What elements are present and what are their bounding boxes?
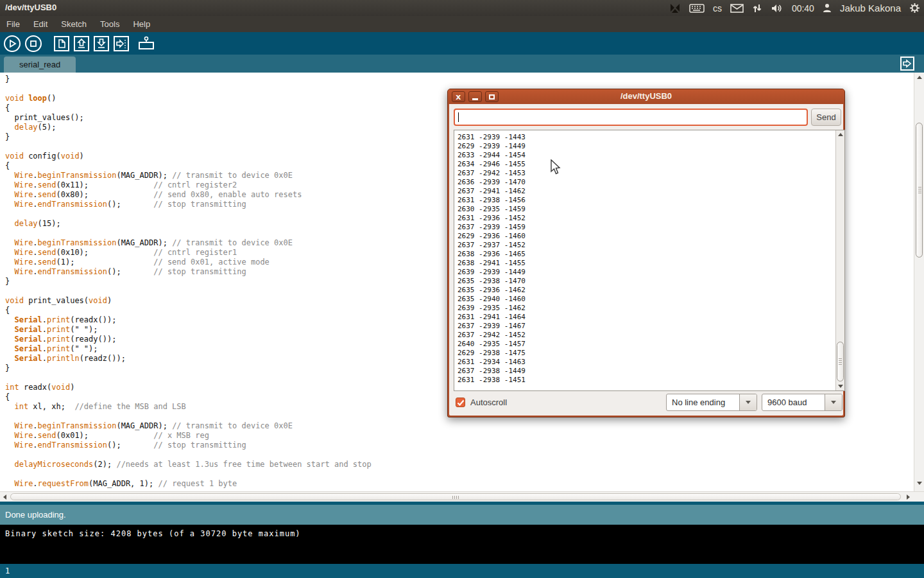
menu-edit[interactable]: Edit xyxy=(33,19,47,29)
chevron-down-icon[interactable] xyxy=(825,394,842,410)
code-line: Wire.requestFrom(MAG_ADDR, 1); // reques… xyxy=(5,479,914,489)
volume-icon[interactable] xyxy=(771,3,783,13)
code-line: Wire.endTransmission(); // stop transmit… xyxy=(5,441,914,450)
code-line: Wire.send(0x01); // x MSB reg xyxy=(5,431,914,441)
serial-input-field[interactable] xyxy=(454,109,808,126)
chevron-down-icon[interactable] xyxy=(739,394,757,410)
window-title: /dev/ttyUSB0 xyxy=(5,3,56,12)
autoscroll-checkbox[interactable] xyxy=(456,398,465,407)
serial-monitor-window: x /dev/ttyUSB0 Send 2631 -2939 -14432629… xyxy=(447,89,845,417)
username[interactable]: Jakub Kakona xyxy=(840,3,901,13)
line-ending-value: No line ending xyxy=(667,394,739,410)
upload-button[interactable] xyxy=(113,35,130,52)
serial-output-line: 2637 -2938 -1449 xyxy=(458,367,844,376)
scrollbar-thumb[interactable] xyxy=(916,123,923,258)
scrollbar-thumb[interactable] xyxy=(837,342,844,381)
serial-output-line: 2639 -2939 -1449 xyxy=(458,268,844,277)
clock[interactable]: 00:40 xyxy=(792,3,814,13)
serial-output-line: 2638 -2936 -1465 xyxy=(458,250,844,259)
menu-sketch[interactable]: Sketch xyxy=(61,19,87,29)
system-tray: cs 00:40 Jakub Kakona xyxy=(669,0,920,16)
verify-button[interactable] xyxy=(3,35,21,53)
serial-output-line: 2637 -2942 -1453 xyxy=(458,169,844,178)
serial-output-line: 2637 -2937 -1452 xyxy=(458,241,844,250)
editor-vertical-scrollbar[interactable] xyxy=(914,73,924,491)
serial-output-area[interactable]: 2631 -2939 -14432629 -2939 -14492633 -29… xyxy=(454,130,845,391)
serial-output-line: 2629 -2939 -1449 xyxy=(458,142,844,151)
serial-output-line: 2637 -2941 -1462 xyxy=(458,187,844,196)
console-output: Binary sketch size: 4208 bytes (of a 307… xyxy=(5,529,301,538)
serial-output-line: 2640 -2935 -1457 xyxy=(458,340,844,349)
serial-output-line: 2629 -2938 -1475 xyxy=(458,349,844,358)
tab-menu-icon[interactable] xyxy=(900,57,914,73)
menu-file[interactable]: File xyxy=(6,19,20,29)
user-icon[interactable] xyxy=(823,3,832,13)
serial-monitor-titlebar[interactable]: x /dev/ttyUSB0 xyxy=(448,89,844,104)
text-caret xyxy=(458,112,459,122)
tab-strip: serial_read xyxy=(0,55,924,73)
serial-output-line: 2631 -2936 -1452 xyxy=(458,214,844,223)
save-button[interactable] xyxy=(93,35,110,52)
serial-output-line: 2631 -2934 -1463 xyxy=(458,358,844,367)
mail-icon[interactable] xyxy=(730,3,744,13)
serial-output-line: 2631 -2938 -1451 xyxy=(458,376,844,385)
menu-tools[interactable]: Tools xyxy=(100,19,119,29)
updown-arrows-icon[interactable] xyxy=(752,3,762,13)
keyboard-icon[interactable] xyxy=(689,3,705,13)
tab-label: serial_read xyxy=(19,60,60,69)
send-button[interactable]: Send xyxy=(811,109,841,126)
serial-vertical-scrollbar[interactable] xyxy=(835,130,844,390)
tab-serial-read[interactable]: serial_read xyxy=(4,57,76,73)
autoscroll-label: Autoscroll xyxy=(470,398,507,407)
line-number-bar: 1 xyxy=(0,564,924,578)
top-panel: /dev/ttyUSB0 cs 00:40 Jakub Kakona xyxy=(0,0,924,16)
new-sketch-button[interactable] xyxy=(53,35,70,52)
serial-output-line: 2637 -2939 -1467 xyxy=(458,322,844,331)
scrollbar-thumb[interactable] xyxy=(10,493,901,500)
open-button[interactable] xyxy=(73,35,90,52)
code-line xyxy=(5,450,914,460)
serial-monitor-controls: Autoscroll No line ending 9600 baud xyxy=(449,390,843,416)
serial-output-line: 2631 -2938 -1456 xyxy=(458,196,844,205)
serial-monitor-body: Send 2631 -2939 -14432629 -2939 -1449263… xyxy=(449,104,843,416)
check-icon xyxy=(457,399,465,407)
code-line: Wire.beginTransmission(MAG_ADDR); // tra… xyxy=(5,421,914,431)
code-line: } xyxy=(5,74,914,84)
menu-help[interactable]: Help xyxy=(133,19,150,29)
serial-output-line: 2637 -2939 -1459 xyxy=(458,223,844,232)
build-console: Binary sketch size: 4208 bytes (of a 307… xyxy=(0,525,924,564)
serial-output-line: 2639 -2935 -1462 xyxy=(458,304,844,313)
keyboard-layout-indicator[interactable]: cs xyxy=(713,3,722,13)
serial-output: 2631 -2939 -14432629 -2939 -14492633 -29… xyxy=(454,130,844,385)
toolbar xyxy=(0,32,924,55)
serial-output-line: 2631 -2941 -1464 xyxy=(458,313,844,322)
code-line xyxy=(5,469,914,479)
serial-output-line: 2635 -2940 -1460 xyxy=(458,295,844,304)
serial-monitor-title: /dev/ttyUSB0 xyxy=(448,91,844,101)
serial-output-line: 2636 -2939 -1470 xyxy=(458,178,844,187)
serial-output-line: 2630 -2935 -1459 xyxy=(458,205,844,214)
stop-button[interactable] xyxy=(24,35,42,53)
menubar: FileEditSketchToolsHelp xyxy=(0,16,924,32)
serial-output-line: 2638 -2941 -1455 xyxy=(458,259,844,268)
baud-rate-value: 9600 baud xyxy=(762,394,825,410)
send-button-label: Send xyxy=(816,112,835,122)
serial-output-line: 2631 -2939 -1443 xyxy=(458,133,844,142)
serial-output-line: 2635 -2936 -1462 xyxy=(458,286,844,295)
baud-rate-select[interactable]: 9600 baud xyxy=(762,394,843,411)
tray-app-icon[interactable] xyxy=(669,3,681,13)
status-bar: Done uploading. xyxy=(0,505,924,525)
serial-output-line: 2635 -2938 -1470 xyxy=(458,277,844,286)
editor-horizontal-scrollbar[interactable] xyxy=(0,491,924,502)
serial-output-line: 2637 -2942 -1452 xyxy=(458,331,844,340)
current-line-number: 1 xyxy=(5,566,10,575)
serial-output-line: 2629 -2936 -1460 xyxy=(458,232,844,241)
status-message: Done uploading. xyxy=(5,510,66,520)
line-ending-select[interactable]: No line ending xyxy=(666,394,757,411)
code-line: delayMicroseconds(2); //needs at least 1… xyxy=(5,460,914,469)
serial-monitor-button[interactable] xyxy=(137,35,156,52)
serial-output-line: 2633 -2944 -1454 xyxy=(458,151,844,160)
gear-icon[interactable] xyxy=(909,3,920,13)
serial-output-line: 2634 -2946 -1455 xyxy=(458,160,844,169)
